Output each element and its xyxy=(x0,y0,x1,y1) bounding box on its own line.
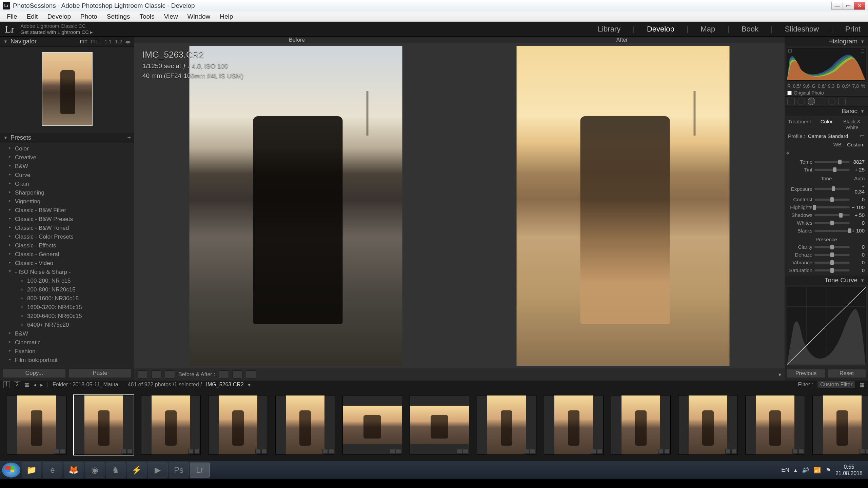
treatment-color[interactable]: Color xyxy=(814,119,839,130)
language-indicator[interactable]: EN xyxy=(781,467,789,473)
module-map[interactable]: Map xyxy=(698,23,718,35)
wb-value[interactable]: Custom xyxy=(847,142,865,147)
grid-icon[interactable]: ▦ xyxy=(24,382,29,388)
compare-view-button[interactable] xyxy=(151,370,161,379)
zoom-1-2[interactable]: 1:2 xyxy=(115,39,122,44)
filmstrip-thumb[interactable] xyxy=(74,395,134,455)
nav-fwd-icon[interactable]: ▸ xyxy=(40,382,43,388)
eyedropper-icon[interactable]: ⌖ xyxy=(786,150,789,157)
filename-menu-icon[interactable]: ▾ xyxy=(248,382,251,388)
volume-icon[interactable]: 🔊 xyxy=(802,467,809,474)
taskbar-firefox[interactable]: 🦊 xyxy=(64,463,83,477)
copy-button[interactable]: Copy... xyxy=(3,368,66,378)
filmstrip-thumb[interactable] xyxy=(208,395,268,455)
preset-group[interactable]: Cinematic xyxy=(0,338,134,347)
filmstrip-thumb[interactable] xyxy=(477,395,536,455)
contrast-value[interactable]: 0 xyxy=(852,197,865,202)
profile-value[interactable]: Camera Standard xyxy=(808,133,857,139)
tonecurve-header[interactable]: Tone Curve▼ xyxy=(785,276,868,285)
preset-group[interactable]: Grain xyxy=(0,180,134,188)
preset-group[interactable]: Classic - General xyxy=(0,250,134,259)
preset-group[interactable]: Classic - B&W Toned xyxy=(0,224,134,232)
highlights-value[interactable]: − 100 xyxy=(852,204,865,210)
menu-tools[interactable]: Tools xyxy=(135,13,159,20)
nav-back-icon[interactable]: ◂ xyxy=(34,382,36,388)
preset-item[interactable]: 6400+ NR75c20 xyxy=(0,321,134,329)
blacks-value[interactable]: + 100 xyxy=(852,228,865,233)
preset-item[interactable]: 200-800: NR20c15 xyxy=(0,285,134,294)
redeye-tool[interactable] xyxy=(808,98,815,105)
menu-file[interactable]: File xyxy=(2,13,22,20)
taskbar-ie[interactable]: e xyxy=(43,463,62,477)
minimize-button[interactable]: — xyxy=(831,2,843,10)
preset-item[interactable]: 1600-3200: NR45c15 xyxy=(0,303,134,312)
filmstrip-thumb[interactable] xyxy=(342,395,402,455)
module-book[interactable]: Book xyxy=(739,23,761,35)
navigator-header[interactable]: ▼ Navigator FITFILL1:11:2 ◂▸ xyxy=(0,37,134,47)
preset-group[interactable]: B&W xyxy=(0,329,134,338)
vibrance-value[interactable]: 0 xyxy=(852,260,865,265)
taskbar-photoshop[interactable]: Ps xyxy=(169,463,189,477)
close-button[interactable]: ✕ xyxy=(854,2,865,10)
screen-1[interactable]: 1 xyxy=(3,381,10,388)
dehaze-value[interactable]: 0 xyxy=(852,252,865,258)
preset-group[interactable]: Vignetting xyxy=(0,197,134,206)
saturation-slider[interactable] xyxy=(814,269,850,271)
preset-group[interactable]: Classic - Color Presets xyxy=(0,232,134,241)
filmstrip-thumb[interactable] xyxy=(275,395,335,455)
filmstrip-thumb[interactable] xyxy=(141,395,201,455)
highlight-clip-icon[interactable] xyxy=(861,49,864,53)
preset-group[interactable]: Classic - Video xyxy=(0,259,134,268)
zoom-1-1[interactable]: 1:1 xyxy=(104,39,112,44)
menu-window[interactable]: Window xyxy=(183,13,215,20)
ba-layout-3[interactable] xyxy=(246,370,256,379)
shadows-slider[interactable] xyxy=(814,214,850,216)
vibrance-slider[interactable] xyxy=(814,262,850,264)
radial-filter-tool[interactable] xyxy=(828,98,835,105)
preset-group[interactable]: Classic - B&W Filter xyxy=(0,206,134,215)
brush-tool[interactable] xyxy=(838,98,846,105)
zoom-fit[interactable]: FIT xyxy=(80,39,88,44)
preset-group[interactable]: Sharpening xyxy=(0,188,134,197)
menu-settings[interactable]: Settings xyxy=(102,13,135,20)
before-image[interactable] xyxy=(139,46,453,366)
filter-dropdown[interactable]: Custom Filter xyxy=(817,381,855,388)
clarity-value[interactable]: 0 xyxy=(852,244,865,250)
tint-value[interactable]: + 25 xyxy=(852,167,865,172)
menu-help[interactable]: Help xyxy=(215,13,238,20)
taskbar-chrome[interactable]: ◉ xyxy=(85,463,104,477)
zoom-chevron-icon[interactable]: ◂▸ xyxy=(125,38,131,45)
preset-group[interactable]: Color xyxy=(0,144,134,153)
preset-group[interactable]: Fashion xyxy=(0,347,134,356)
navigator-preview[interactable] xyxy=(0,47,134,133)
module-slideshow[interactable]: Slideshow xyxy=(782,23,822,35)
filmstrip-thumb[interactable] xyxy=(678,395,738,455)
basic-header[interactable]: Basic▼ xyxy=(785,106,868,116)
reset-button[interactable]: Reset xyxy=(827,369,866,378)
treatment-bw[interactable]: Black & White xyxy=(839,119,865,130)
preset-item[interactable]: 3200-6400: NR60c15 xyxy=(0,312,134,321)
preset-item[interactable]: 800-1600: NR30c15 xyxy=(0,294,134,303)
filmstrip-thumb[interactable] xyxy=(611,395,671,455)
preset-group[interactable]: Classic - Effects xyxy=(0,241,134,250)
profile-browser-icon[interactable]: ▭ xyxy=(860,133,865,139)
loupe-view-button[interactable] xyxy=(138,370,148,379)
filmstrip[interactable] xyxy=(0,389,868,461)
ba-toggle-button[interactable] xyxy=(165,370,175,379)
paste-button[interactable]: Paste xyxy=(68,368,132,378)
shadows-value[interactable]: + 50 xyxy=(852,212,865,218)
network-icon[interactable]: 📶 xyxy=(814,467,821,474)
saturation-value[interactable]: 0 xyxy=(852,267,865,273)
ba-layout-1[interactable] xyxy=(219,370,229,379)
filter-lock-icon[interactable]: ▦ xyxy=(860,382,865,388)
taskbar-explorer[interactable]: 📁 xyxy=(22,463,41,477)
highlights-slider[interactable] xyxy=(814,206,850,208)
ba-layout-2[interactable] xyxy=(232,370,242,379)
preset-group[interactable]: Curve xyxy=(0,171,134,180)
exposure-value[interactable]: + 0,34 xyxy=(852,183,865,195)
preset-group[interactable]: Matte film xyxy=(0,365,134,366)
preset-group[interactable]: - ISO Noise & Sharp - xyxy=(0,268,134,277)
filmstrip-thumb[interactable] xyxy=(745,395,805,455)
menu-develop[interactable]: Develop xyxy=(42,13,76,20)
dehaze-slider[interactable] xyxy=(814,254,850,256)
